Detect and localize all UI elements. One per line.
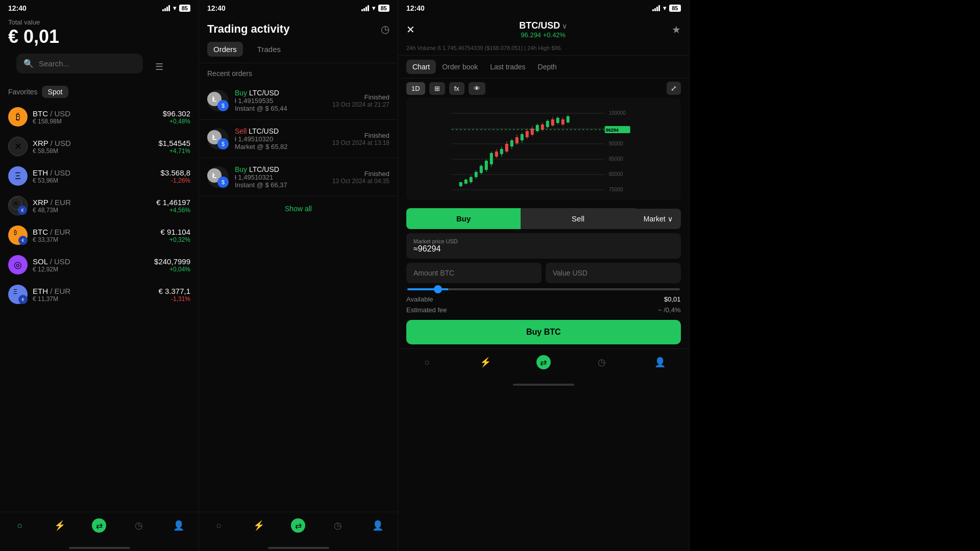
crypto-price: € 1,46197 [156, 198, 190, 207]
svg-rect-13 [459, 182, 462, 186]
nav-history-3[interactable]: ◷ [595, 355, 609, 369]
favorite-star-icon[interactable]: ★ [672, 23, 681, 36]
bottom-nav-1: ○ ⚡ ⇄ ◷ 👤 [0, 512, 199, 543]
sol-icon: ◎ [8, 255, 28, 274]
fx-btn[interactable]: fx [449, 82, 464, 95]
list-item[interactable]: ₿ BTC / USD € 158,98M $96.302 +0,48% [4, 102, 194, 132]
tab-chart[interactable]: Chart [406, 60, 436, 74]
nav-history-2[interactable]: ◷ [331, 518, 345, 533]
available-row: Available $0,01 [406, 295, 681, 303]
crypto-volume: € 33,37M [33, 236, 161, 243]
home-indicator-2 [268, 547, 329, 549]
svg-rect-55 [567, 116, 570, 122]
show-all-button[interactable]: Show all [199, 196, 398, 221]
chart-header: ✕ BTC/USD ∨ 96.294 +0.42% ★ [398, 14, 689, 43]
nav-trade-3[interactable]: ⇄ [536, 355, 551, 369]
nav-home-3[interactable]: ○ [420, 355, 434, 369]
close-button[interactable]: ✕ [406, 23, 415, 36]
nav-activity-3[interactable]: ⚡ [478, 355, 493, 369]
order-item[interactable]: Ł $ Buy LTC/USD ł 1,49159535 Instant @ $… [199, 82, 398, 120]
list-item[interactable]: Ξ ETH / USD € 53,96M $3.568,8 -1,26% [4, 161, 194, 191]
list-item[interactable]: Ξ € ETH / EUR € 11,37M € 3.377,1 -1,31% [4, 280, 194, 309]
crypto-list: ₿ BTC / USD € 158,98M $96.302 +0,48% ✕ X… [0, 102, 199, 512]
crypto-change: +0,04% [154, 266, 190, 273]
list-item[interactable]: ✕ XRP / USD € 58,58M $1,54545 +4,71% [4, 132, 194, 161]
amount-btc-input[interactable] [406, 263, 542, 283]
tab-depth[interactable]: Depth [532, 60, 563, 74]
time-1: 12:40 [8, 4, 27, 12]
value-usd-input[interactable] [546, 263, 681, 283]
tab-orders[interactable]: Orders [207, 42, 243, 57]
history-icon[interactable]: ◷ [381, 23, 389, 35]
crypto-pair-name: XRP / EUR [33, 198, 156, 207]
search-input[interactable] [39, 59, 136, 68]
list-item[interactable]: ◎ SOL / USD € 12,92M $240,7999 +0,04% [4, 250, 194, 280]
market-button[interactable]: Market ∨ [635, 209, 681, 229]
search-icon: 🔍 [23, 59, 34, 68]
nav-activity[interactable]: ⚡ [53, 518, 67, 533]
tab-trades[interactable]: Trades [251, 42, 287, 57]
available-value: $0,01 [664, 295, 681, 303]
btc-eur-icon: ₿ € [8, 226, 28, 245]
wifi-icon-3: ▾ [663, 5, 666, 12]
ltc-usd-icon-3: Ł $ [207, 166, 229, 188]
nav-history[interactable]: ◷ [132, 518, 146, 533]
panel-chart: 12:40 ▾ 85 ✕ BTC/USD ∨ 96.294 +0.42% ★ 2… [398, 0, 690, 551]
trade-section: Buy Sell Market ∨ Market price USD ≈9629… [398, 204, 689, 348]
svg-rect-21 [480, 166, 483, 173]
recent-orders-label: Recent orders [199, 63, 398, 82]
svg-rect-35 [516, 137, 519, 143]
xrp-icon: ✕ [8, 137, 28, 156]
trading-tabs: Orders Trades [199, 42, 398, 63]
tab-orderbook[interactable]: Order book [436, 60, 484, 74]
chart-area: 100000 95000 90000 85000 80000 75000 [406, 98, 681, 200]
buy-sell-row: Buy Sell Market ∨ [406, 208, 681, 229]
chevron-down-icon[interactable]: ∨ [562, 22, 567, 30]
nav-trade-2[interactable]: ⇄ [291, 518, 305, 533]
crypto-price: € 3.377,1 [158, 287, 190, 295]
order-date: 13 Oct 2024 at 04:35 [332, 178, 389, 185]
status-icons-1: ▾ 85 [162, 5, 190, 12]
slider-row [406, 288, 681, 290]
crypto-price: $3.568,8 [161, 168, 190, 177]
ltc-usd-icon: Ł $ [207, 90, 229, 111]
battery-1: 85 [179, 5, 190, 12]
list-item[interactable]: ₿ € BTC / EUR € 33,37M € 91.104 +0,32% [4, 220, 194, 250]
eye-btn[interactable]: 👁 [469, 82, 485, 95]
crypto-volume: € 11,37M [33, 295, 158, 303]
amount-slider[interactable] [407, 288, 680, 290]
xrp-eur-icon: ✕ € [8, 196, 28, 215]
order-pair: Buy LTC/USD [235, 89, 332, 97]
order-item[interactable]: Ł $ Sell LTC/USD ł 1,49510320 Market @ $… [199, 120, 398, 158]
nav-profile-2[interactable]: 👤 [371, 518, 385, 533]
expand-chart-button[interactable]: ⤢ [667, 82, 681, 95]
tab-spot[interactable]: Spot [42, 86, 69, 98]
total-value-label: Total value [0, 14, 199, 26]
buy-button[interactable]: Buy [406, 208, 521, 229]
nav-profile[interactable]: 👤 [172, 518, 186, 533]
tab-favorites[interactable]: Favorites [8, 86, 38, 98]
crypto-change: +4,56% [156, 207, 190, 214]
crypto-pair-name: SOL / USD [33, 257, 154, 266]
nav-activity-2[interactable]: ⚡ [252, 518, 266, 533]
list-item[interactable]: ✕ € XRP / EUR € 48,73M € 1,46197 +4,56% [4, 191, 194, 220]
signal-icon-2 [361, 5, 369, 11]
timeframe-1d[interactable]: 1D [406, 82, 425, 95]
order-pair: Buy LTC/USD [235, 165, 332, 173]
crypto-change: +0,48% [163, 118, 190, 125]
nav-profile-3[interactable]: 👤 [653, 355, 667, 369]
nav-home[interactable]: ○ [13, 518, 27, 533]
sell-button[interactable]: Sell [521, 208, 635, 229]
total-value: € 0,01 [0, 26, 199, 54]
svg-text:90000: 90000 [609, 141, 623, 146]
search-bar[interactable]: 🔍 [16, 54, 143, 73]
crypto-change: -1,26% [161, 177, 190, 184]
eth-icon: Ξ [8, 166, 28, 186]
order-item[interactable]: Ł $ Buy LTC/USD ł 1,49510321 Instant @ $… [199, 158, 398, 196]
tab-lasttrades[interactable]: Last trades [484, 60, 531, 74]
nav-trade[interactable]: ⇄ [92, 518, 106, 533]
nav-home-2[interactable]: ○ [212, 518, 226, 533]
candle-type-btn[interactable]: ⊞ [429, 82, 445, 95]
buy-btc-button[interactable]: Buy BTC [406, 320, 681, 344]
filter-icon[interactable]: ☰ [155, 61, 163, 72]
